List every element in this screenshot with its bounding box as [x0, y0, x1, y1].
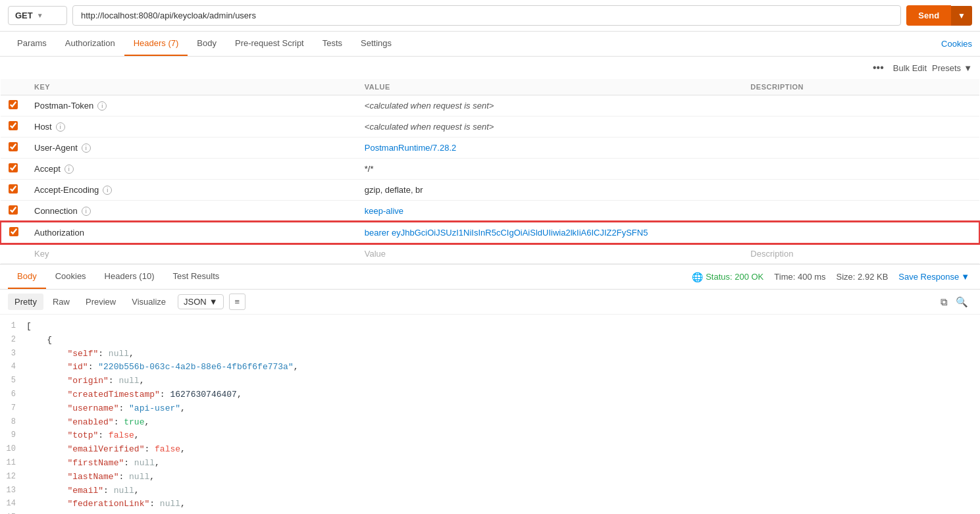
row-value-cell: <calculated when request is sent>	[357, 116, 743, 138]
send-dropdown-button[interactable]: ▼	[951, 6, 972, 26]
header-key-label: Postman-Token	[34, 101, 93, 111]
format-preview-button[interactable]: Preview	[79, 294, 122, 310]
line-number: 13	[0, 484, 26, 497]
header-value-label: <calculated when request is sent>	[365, 101, 494, 111]
status-indicator: 🌐 Status: 200 OK	[692, 272, 763, 282]
row-value-cell: gzip, deflate, br	[357, 180, 743, 201]
header-checkbox[interactable]	[9, 100, 18, 109]
response-tab-headers[interactable]: Headers (10)	[95, 265, 164, 289]
info-icon[interactable]: i	[82, 207, 91, 216]
line-number: 8	[0, 416, 26, 428]
json-line: 9 "totp": false,	[0, 429, 980, 443]
header-checkbox[interactable]	[9, 121, 18, 130]
info-icon[interactable]: i	[56, 122, 65, 132]
json-line: 14 "federationLink": null,	[0, 498, 980, 511]
row-check-cell	[1, 180, 26, 201]
save-response-chevron-icon: ▼	[961, 272, 969, 282]
table-row: Hosti<calculated when request is sent>	[1, 116, 979, 138]
tab-authorization[interactable]: Authorization	[56, 32, 124, 56]
line-content: "origin": null,	[26, 374, 980, 388]
row-description-cell	[742, 180, 979, 201]
info-icon[interactable]: i	[103, 186, 112, 195]
table-row: Connectionikeep-alive	[1, 201, 979, 222]
row-description-cell	[742, 95, 979, 116]
headers-toolbar: ••• Bulk Edit Presets ▼	[0, 57, 980, 79]
status-200-label: Status: 200 OK	[706, 272, 763, 282]
method-select[interactable]: GET ▼	[8, 6, 67, 25]
format-pretty-button[interactable]: Pretty	[8, 294, 43, 310]
line-content: [	[26, 320, 980, 334]
col-key: KEY	[26, 79, 357, 95]
info-icon[interactable]: i	[64, 165, 74, 174]
row-description-cell	[742, 159, 979, 180]
row-check-cell	[1, 222, 26, 244]
line-number: 15	[0, 511, 26, 514]
info-icon[interactable]: i	[82, 143, 91, 153]
url-input[interactable]	[72, 5, 901, 26]
top-bar: GET ▼ Send ▼	[0, 0, 980, 32]
placeholder-desc-cell: Description	[742, 244, 979, 264]
tab-pre-request[interactable]: Pre-request Script	[226, 32, 313, 56]
row-value-cell: bearer eyJhbGciOiJSUzI1NiIsInR5cCIgOiAiS…	[357, 222, 743, 244]
col-check	[1, 79, 26, 95]
format-raw-button[interactable]: Raw	[46, 294, 76, 310]
placeholder-check-cell	[1, 244, 26, 264]
bulk-edit-button[interactable]: Bulk Edit	[893, 63, 927, 73]
info-icon[interactable]: i	[97, 101, 107, 111]
row-check-cell	[1, 138, 26, 159]
line-number: 1	[0, 320, 26, 332]
json-line: 4 "id": "220b556b-063c-4a2b-88e6-4fb6f6f…	[0, 361, 980, 374]
line-content: "lastName": null,	[26, 471, 980, 484]
format-visualize-button[interactable]: Visualize	[125, 294, 172, 310]
line-content: {	[26, 334, 980, 347]
presets-button[interactable]: Presets ▼	[932, 63, 972, 73]
tab-settings[interactable]: Settings	[351, 32, 401, 56]
line-number: 5	[0, 374, 26, 387]
request-tabs: Params Authorization Headers (7) Body Pr…	[0, 32, 980, 57]
header-checkbox[interactable]	[9, 227, 18, 236]
table-row: Postman-Tokeni<calculated when request i…	[1, 95, 979, 116]
search-button[interactable]: 🔍	[952, 294, 972, 310]
header-key-label: Accept-Encoding	[34, 185, 99, 195]
header-key-label: Authorization	[34, 228, 84, 238]
response-tab-cookies[interactable]: Cookies	[46, 265, 95, 289]
presets-chevron-icon: ▼	[964, 63, 972, 73]
line-number: 7	[0, 402, 26, 415]
tab-params[interactable]: Params	[8, 32, 56, 56]
table-row: Authorizationbearer eyJhbGciOiJSUzI1NiIs…	[1, 222, 979, 244]
json-line: 7 "username": "api-user",	[0, 402, 980, 416]
tab-tests[interactable]: Tests	[313, 32, 351, 56]
line-content: "serviceAccountClientId": null,	[26, 511, 980, 514]
response-status-bar: 🌐 Status: 200 OK Time: 400 ms Size: 2.92…	[692, 272, 972, 282]
json-line: 11 "firstName": null,	[0, 457, 980, 471]
header-checkbox[interactable]	[9, 205, 18, 215]
table-row: Accepti*/*	[1, 159, 979, 180]
cookies-link[interactable]: Cookies	[941, 39, 972, 49]
line-number: 9	[0, 429, 26, 442]
send-button[interactable]: Send	[906, 5, 951, 26]
row-key-cell: User-Agenti	[26, 138, 357, 159]
json-format-select[interactable]: JSON ▼	[178, 294, 224, 309]
header-checkbox[interactable]	[9, 142, 18, 151]
row-description-cell	[742, 222, 979, 244]
copy-button[interactable]: ⧉	[937, 294, 952, 310]
row-value-cell: PostmanRuntime/7.28.2	[357, 138, 743, 159]
row-key-cell: Accepti	[26, 159, 357, 180]
wrap-button[interactable]: ≡	[229, 294, 246, 310]
method-chevron-icon: ▼	[37, 12, 43, 19]
response-tab-test-results[interactable]: Test Results	[163, 265, 228, 289]
row-key-cell: Hosti	[26, 116, 357, 138]
tab-body[interactable]: Body	[188, 32, 226, 56]
body-actions: ⧉ 🔍	[937, 294, 972, 310]
header-value-label: <calculated when request is sent>	[365, 122, 494, 132]
row-check-cell	[1, 95, 26, 116]
header-checkbox[interactable]	[9, 163, 18, 172]
placeholder-value-cell: Value	[357, 244, 743, 264]
more-options-button[interactable]: •••	[869, 61, 888, 75]
row-description-cell	[742, 138, 979, 159]
header-checkbox[interactable]	[9, 184, 18, 193]
save-response-button[interactable]: Save Response ▼	[898, 272, 969, 282]
tab-headers[interactable]: Headers (7)	[124, 32, 188, 56]
line-content: "self": null,	[26, 347, 980, 361]
response-tab-body[interactable]: Body	[8, 265, 46, 289]
